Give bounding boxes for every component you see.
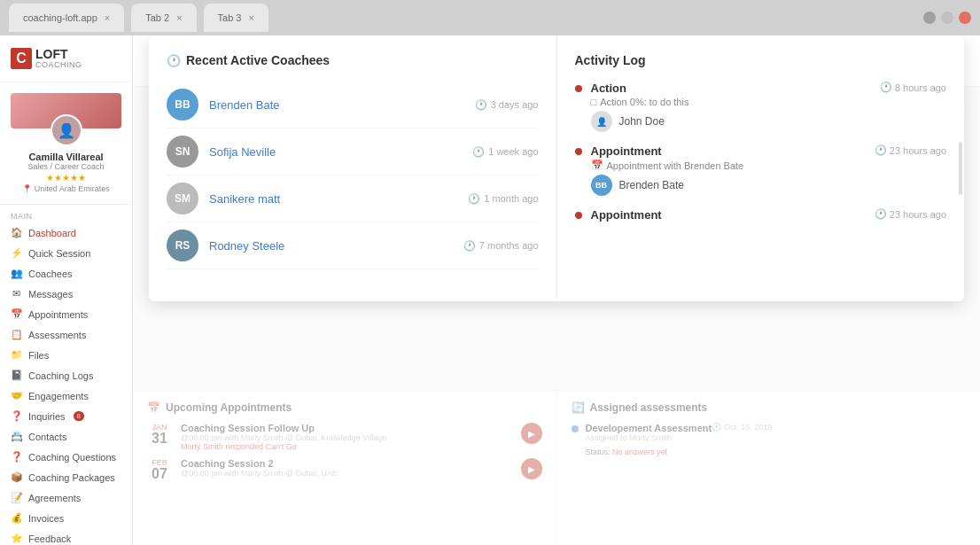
quick-session-icon: ⚡ [11, 247, 22, 259]
activity-dot-2 [575, 212, 582, 219]
sidebar-item-feedback[interactable]: ⭐ Feedback [0, 528, 132, 545]
coachee-name-3: Rodney Steele [209, 239, 453, 253]
activity-item-1: Appointment 🕐 23 hours ago 📅 Appointment… [575, 144, 947, 196]
sidebar-item-inquiries[interactable]: ❓ Inquiries 8 [0, 406, 132, 426]
sidebar-label-feedback: Feedback [28, 533, 71, 544]
tab-1-close[interactable]: × [105, 12, 110, 23]
activity-person-1: BB Brenden Bate [591, 175, 947, 196]
assessments-icon: 📋 [11, 329, 22, 340]
sidebar-label-contacts: Contacts [28, 432, 66, 442]
activity-dot-0 [575, 85, 582, 92]
contacts-icon: 📇 [11, 431, 22, 442]
sidebar-item-appointments[interactable]: 📅 Appointments [0, 304, 132, 324]
sidebar-item-engagements[interactable]: 🤝 Engagements [0, 385, 132, 406]
person-avatar-1: BB [591, 175, 612, 196]
coachee-item-3[interactable]: RS Rodney Steele 🕐 7 months ago [167, 222, 539, 269]
browser-tab-3[interactable]: Tab 3 × [204, 4, 268, 32]
appointments-icon: 📅 [11, 308, 22, 320]
sidebar-item-assessments[interactable]: 📋 Assessments [0, 324, 132, 345]
sidebar-label-coaching-questions: Coaching Questions [28, 452, 116, 463]
activity-header-0: Action 🕐 8 hours ago [591, 82, 947, 95]
coachee-name-2: Sanikere matt [209, 192, 457, 206]
coachee-name-1: Sofija Neville [209, 145, 462, 159]
activity-header-2: Appointment 🕐 23 hours ago [591, 208, 947, 222]
clock-icon-act-0: 🕐 [880, 82, 892, 93]
messages-icon: ✉ [11, 288, 22, 300]
tab-2-close[interactable]: × [176, 12, 182, 23]
sidebar-item-coaching-questions[interactable]: ❓ Coaching Questions [0, 447, 132, 467]
sidebar-item-coaching-logs[interactable]: 📓 Coaching Logs [0, 365, 132, 385]
tab-2-label: Tab 2 [145, 12, 169, 23]
sidebar-item-contacts[interactable]: 📇 Contacts [0, 426, 132, 447]
coachee-avatar-2: SM [167, 183, 198, 214]
sidebar-item-coaching-packages[interactable]: 📦 Coaching Packages [0, 467, 132, 487]
sidebar-label-appointments: Appointments [28, 309, 88, 320]
coachee-item-2[interactable]: SM Sanikere matt 🕐 1 month ago [167, 175, 539, 222]
activity-dot-1 [575, 148, 582, 155]
sidebar-label-coaching-packages: Coaching Packages [28, 472, 115, 483]
recent-coachees-panel: 🕐 Recent Active Coachees BB Brenden Bate… [149, 35, 557, 301]
maximize-button[interactable] [941, 12, 953, 24]
coachee-avatar-0: BB [167, 89, 198, 121]
recent-coachees-icon: 🕐 [167, 54, 181, 67]
main-content: Coach Dashboard Welcome, Anthony! 💬 👤 🕐 [133, 35, 980, 545]
sidebar-section-label: MAIN [0, 205, 132, 222]
activity-time-0: 🕐 8 hours ago [880, 82, 946, 93]
activity-header-1: Appointment 🕐 23 hours ago [591, 144, 947, 158]
tab-1-label: coaching-loft.app [23, 12, 97, 23]
scrollbar[interactable] [959, 142, 962, 195]
coachee-time-1: 🕐 1 week ago [472, 146, 538, 158]
sidebar-item-coachees[interactable]: 👥 Coachees [0, 263, 132, 284]
browser-tab-2[interactable]: Tab 2 × [131, 4, 196, 32]
sidebar-label-quick-session: Quick Session [28, 248, 90, 259]
coachees-icon: 👥 [11, 268, 22, 279]
coachee-item-1[interactable]: SN Sofija Neville 🕐 1 week ago [167, 128, 539, 175]
minimize-button[interactable] [923, 12, 936, 24]
sidebar-label-engagements: Engagements [28, 391, 89, 401]
activity-type-2: Appointment [591, 208, 662, 222]
activity-type-1: Appointment [591, 144, 662, 158]
sidebar-label-agreements: Agreements [28, 493, 81, 503]
tab-3-close[interactable]: × [249, 12, 254, 23]
close-button[interactable] [959, 12, 971, 24]
inquiries-badge: 8 [74, 411, 84, 421]
sidebar-item-invoices[interactable]: 💰 Invoices [0, 508, 132, 528]
clock-icon-act-1: 🕐 [875, 144, 887, 156]
avatar: 👤 [51, 114, 82, 146]
action-icon-0: □ [591, 97, 597, 107]
coachee-time-0: 🕐 3 days ago [475, 99, 539, 111]
clock-icon-act-2: 🕐 [875, 208, 887, 220]
browser-tab-1[interactable]: coaching-loft.app × [9, 4, 124, 32]
logo: C LOFT COACHING [0, 35, 132, 82]
sidebar-profile: 👤 Camilla Villareal Sales / Career Coach… [0, 82, 132, 205]
activity-type-0: Action [591, 82, 626, 95]
coachee-item-0[interactable]: BB Brenden Bate 🕐 3 days ago [167, 82, 539, 128]
inquiries-icon: ❓ [11, 410, 22, 422]
app-container: C LOFT COACHING 👤 Camilla Villareal Sale… [0, 35, 980, 545]
coaching-packages-icon: 📦 [11, 471, 22, 483]
activity-log-panel: Activity Log Action 🕐 8 hours ago [557, 35, 965, 301]
sidebar-label-coachees: Coachees [28, 269, 73, 279]
sidebar-item-quick-session[interactable]: ⚡ Quick Session [0, 243, 132, 263]
sidebar-label-messages: Messages [28, 289, 73, 300]
profile-name: Camilla Villareal [11, 152, 121, 162]
modal: 🕐 Recent Active Coachees BB Brenden Bate… [149, 35, 964, 301]
activity-time-2: 🕐 23 hours ago [875, 208, 946, 220]
sidebar-item-agreements[interactable]: 📝 Agreements [0, 487, 132, 508]
activity-content-1: Appointment 🕐 23 hours ago 📅 Appointment… [591, 144, 947, 196]
sidebar-item-files[interactable]: 📁 Files [0, 345, 132, 365]
coachee-avatar-3: RS [167, 230, 198, 261]
person-avatar-0: 👤 [591, 111, 612, 132]
sidebar-label-invoices: Invoices [28, 513, 64, 524]
sidebar-item-dashboard[interactable]: 🏠 Dashboard [0, 222, 132, 243]
sidebar-item-messages[interactable]: ✉ Messages [0, 284, 132, 304]
browser-window-controls [923, 12, 971, 24]
activity-time-1: 🕐 23 hours ago [875, 144, 946, 156]
logo-letter: C [11, 48, 32, 69]
sidebar-label-coaching-logs: Coaching Logs [28, 370, 93, 381]
feedback-icon: ⭐ [11, 533, 22, 544]
tab-3-label: Tab 3 [218, 12, 242, 23]
recent-coachees-title: 🕐 Recent Active Coachees [167, 53, 539, 67]
clock-icon-1: 🕐 [472, 146, 485, 158]
sidebar-label-inquiries: Inquiries [28, 411, 66, 422]
